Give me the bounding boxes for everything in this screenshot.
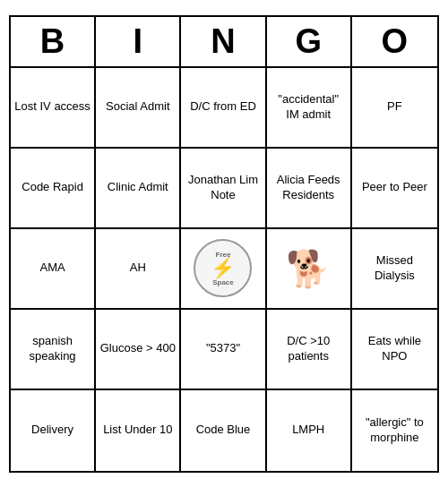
bingo-cell: Code Blue bbox=[181, 390, 266, 471]
bingo-cell: PF bbox=[352, 68, 437, 149]
bingo-cell: Glucose > 400 bbox=[96, 310, 181, 390]
cell-text: "accidental" IM admit bbox=[271, 92, 347, 123]
bingo-cell: "accidental" IM admit bbox=[267, 68, 352, 149]
cell-text: Clinic Admit bbox=[108, 180, 168, 195]
cell-text: Eats while NPO bbox=[356, 334, 434, 364]
cell-text: Alicia Feeds Residents bbox=[271, 173, 347, 203]
bingo-cell: Lost IV access bbox=[11, 68, 96, 149]
bingo-cell: D/C >10 patients bbox=[267, 310, 352, 390]
header-letter: O bbox=[352, 17, 437, 66]
cell-text: spanish speaking bbox=[14, 334, 90, 364]
bingo-cell: D/C from ED bbox=[181, 68, 266, 149]
space-text: Space bbox=[212, 278, 234, 286]
bingo-cell: List Under 10 bbox=[96, 390, 181, 471]
cell-text: "5373" bbox=[206, 341, 240, 356]
bingo-card: BINGO Lost IV accessSocial AdmitD/C from… bbox=[9, 15, 439, 473]
lightning-icon: ⚡ bbox=[211, 259, 235, 278]
bingo-cell: AH bbox=[96, 229, 181, 310]
cell-text: PF bbox=[387, 99, 402, 115]
bingo-cell: Peer to Peer bbox=[352, 149, 437, 229]
cell-text: D/C from ED bbox=[190, 99, 256, 115]
bingo-cell: Code Rapid bbox=[11, 149, 96, 229]
cell-text: Code Rapid bbox=[22, 180, 83, 195]
header-letter: I bbox=[96, 17, 181, 66]
header-letter: G bbox=[267, 17, 352, 66]
bingo-cell: LMPH bbox=[267, 390, 352, 471]
bingo-grid: Lost IV accessSocial AdmitD/C from ED"ac… bbox=[11, 68, 437, 471]
cell-text: Social Admit bbox=[106, 99, 170, 115]
bingo-cell: AMA bbox=[11, 229, 96, 310]
header-letter: N bbox=[181, 17, 266, 66]
bingo-cell: Free ⚡ Space bbox=[181, 229, 266, 310]
cell-text: Peer to Peer bbox=[362, 180, 427, 195]
bingo-cell: "allergic" to morphine bbox=[352, 390, 437, 471]
bingo-cell: Social Admit bbox=[96, 68, 181, 149]
bingo-cell: Eats while NPO bbox=[352, 310, 437, 390]
cell-text: Missed Dialysis bbox=[356, 253, 434, 284]
bingo-cell: 🐕 bbox=[267, 229, 352, 310]
cell-text: AMA bbox=[40, 261, 65, 276]
cell-text: LMPH bbox=[292, 423, 324, 438]
bingo-cell: spanish speaking bbox=[11, 310, 96, 390]
scooby-icon: 🐕 bbox=[286, 251, 331, 286]
bingo-cell: Jonathan Lim Note bbox=[181, 149, 266, 229]
cell-text: Code Blue bbox=[196, 423, 251, 438]
bingo-header: BINGO bbox=[11, 17, 437, 68]
bingo-cell: Missed Dialysis bbox=[352, 229, 437, 310]
bingo-cell: Alicia Feeds Residents bbox=[267, 149, 352, 229]
cell-text: Delivery bbox=[31, 423, 73, 438]
cell-text: "allergic" to morphine bbox=[356, 415, 434, 446]
cell-text: Jonathan Lim Note bbox=[185, 173, 261, 203]
header-letter: B bbox=[11, 17, 96, 66]
cell-text: Lost IV access bbox=[14, 99, 90, 115]
bingo-cell: Clinic Admit bbox=[96, 149, 181, 229]
cell-text: List Under 10 bbox=[103, 423, 172, 438]
bingo-cell: Delivery bbox=[11, 390, 96, 471]
bingo-cell: "5373" bbox=[181, 310, 266, 390]
cell-text: AH bbox=[130, 261, 146, 276]
free-space-circle: Free ⚡ Space bbox=[194, 239, 252, 297]
cell-text: D/C >10 patients bbox=[271, 334, 347, 364]
cell-text: Glucose > 400 bbox=[100, 341, 176, 356]
